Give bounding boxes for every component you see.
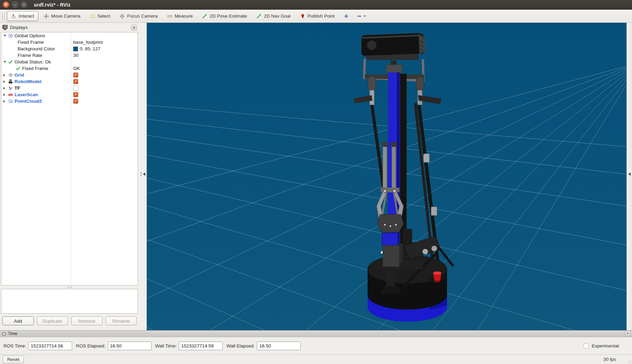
property-value[interactable]: 0; 85; 127 <box>80 46 100 51</box>
displays-tree[interactable]: Global OptionsFixed Framebase_footprintB… <box>1 32 138 285</box>
right-splitter[interactable] <box>626 23 632 330</box>
titlebar: ✕ – urdf.rviz* - RViz <box>0 0 632 10</box>
resize-grip[interactable] <box>628 360 631 363</box>
property-value[interactable]: OK <box>73 66 80 71</box>
time-field-label: Wall Elapsed: <box>226 343 255 348</box>
splitter-grip-dots[interactable] <box>140 172 142 175</box>
expand-arrow-icon[interactable] <box>3 74 8 77</box>
tool-label: Interact <box>19 13 34 19</box>
tool-publish-point[interactable]: Publish Point <box>296 11 339 21</box>
window-minimize-button[interactable]: – <box>12 1 18 8</box>
add-tool-button[interactable] <box>343 13 349 19</box>
property-name: Fixed Frame <box>22 66 48 71</box>
property-name: Global Options <box>14 33 45 38</box>
render-viewport[interactable] <box>147 23 626 330</box>
tree-row-frame-rate[interactable]: Frame Rate30 <box>1 52 138 59</box>
tool-focus-camera[interactable]: Focus Camera <box>115 11 162 21</box>
expand-arrow-icon[interactable] <box>3 100 8 103</box>
tool-select[interactable]: Select <box>86 11 115 21</box>
time-field-label: ROS Elapsed: <box>76 343 106 348</box>
rviz-window: ✕ – urdf.rviz* - RViz InteractMove Camer… <box>0 0 632 364</box>
reset-button[interactable]: Reset <box>3 356 24 363</box>
tree-row-tf[interactable]: TF <box>1 85 138 91</box>
collapse-right-panel-arrow[interactable] <box>628 172 631 176</box>
tree-row-fixed-frame[interactable]: Fixed Framebase_footprint <box>1 39 138 46</box>
display-enabled-checkbox[interactable]: ✓ <box>73 92 78 97</box>
tree-row-background-color[interactable]: Background Color0; 85; 127 <box>1 46 138 52</box>
experimental-checkbox[interactable] <box>584 343 589 348</box>
time-field-input-wall-elapsed-[interactable] <box>257 342 301 350</box>
tf-icon <box>8 85 14 91</box>
tool-label: Select <box>97 13 110 19</box>
tree-row-robotmodel[interactable]: RobotModel✓ <box>1 78 138 85</box>
tool-label: 2D Pose Estimate <box>210 13 247 19</box>
property-value[interactable]: base_footprint <box>73 40 103 45</box>
clock-icon <box>2 332 6 336</box>
robot-model <box>353 33 453 322</box>
description-box <box>1 289 138 314</box>
expand-arrow-icon[interactable] <box>3 87 8 90</box>
nav-goal-icon <box>256 13 262 19</box>
property-name: Grid <box>14 72 24 78</box>
fps-counter: 30 fps <box>603 357 616 362</box>
rename-button[interactable]: Rename <box>106 316 137 325</box>
property-name: LaserScan <box>14 92 38 97</box>
display-enabled-checkbox[interactable]: ✓ <box>73 99 78 104</box>
tree-row-grid[interactable]: Grid✓ <box>1 72 138 78</box>
property-name: Global Status: Ok <box>14 59 51 64</box>
display-enabled-checkbox[interactable]: ✓ <box>73 79 78 84</box>
tree-row-fixed-frame[interactable]: Fixed FrameOK <box>1 65 138 72</box>
property-name: Background Color <box>18 46 55 51</box>
tool-2d-nav-goal[interactable]: 2D Nav Goal <box>252 11 294 21</box>
property-name: RobotModel <box>14 79 41 84</box>
tool-move-camera[interactable]: Move Camera <box>39 11 85 21</box>
duplicate-button[interactable]: Duplicate <box>37 316 68 325</box>
collapse-arrow-icon[interactable] <box>3 61 8 63</box>
panel-splitter-handle[interactable] <box>0 285 139 289</box>
display-enabled-checkbox[interactable] <box>73 85 78 91</box>
time-field: Wall Time: <box>155 342 223 350</box>
collapse-left-panel-arrow[interactable] <box>143 172 145 176</box>
expand-arrow-icon[interactable] <box>3 93 8 96</box>
expand-arrow-icon[interactable] <box>3 80 8 83</box>
tree-row-global-options[interactable]: Global Options <box>1 32 138 39</box>
remove-button[interactable]: Remove <box>71 316 103 325</box>
laserscan-icon <box>8 92 14 98</box>
tool-interact[interactable]: Interact <box>7 11 38 21</box>
time-field-input-wall-time-[interactable] <box>179 342 223 350</box>
time-field: ROS Elapsed: <box>76 342 152 350</box>
color-swatch[interactable] <box>73 47 78 51</box>
tree-row-global-status-ok[interactable]: Global Status: Ok <box>1 59 138 65</box>
tree-row-pointcloud2[interactable]: PointCloud2✓ <box>1 98 138 104</box>
remove-tool-button[interactable] <box>357 13 366 19</box>
tool-measure[interactable]: Measure <box>163 11 197 21</box>
collapse-arrow-icon[interactable] <box>3 35 8 37</box>
displays-icon <box>2 24 8 30</box>
publish-point-icon <box>300 13 305 19</box>
toolbar: InteractMove CameraSelectFocus CameraMea… <box>0 10 632 23</box>
time-panel-title: Time <box>8 331 17 336</box>
time-panel-close-icon[interactable]: × <box>625 331 630 336</box>
property-name: Frame Rate <box>18 53 42 58</box>
dropdown-arrow-icon <box>363 15 366 18</box>
toolbar-grip[interactable] <box>2 13 5 20</box>
pointcloud-icon <box>8 99 14 104</box>
display-enabled-checkbox[interactable]: ✓ <box>73 72 78 78</box>
time-field-input-ros-time-[interactable] <box>28 342 72 350</box>
tree-row-laserscan[interactable]: LaserScan✓ <box>1 91 138 98</box>
scene-canvas <box>147 23 626 330</box>
tool-label: 2D Nav Goal <box>264 13 290 19</box>
interact-hand-icon <box>11 13 17 19</box>
left-splitter[interactable] <box>139 23 147 330</box>
displays-panel-close-icon[interactable]: × <box>131 25 137 30</box>
gear-icon <box>8 33 14 38</box>
pose-estimate-icon <box>202 13 207 19</box>
time-field-input-ros-elapsed-[interactable] <box>108 342 152 350</box>
window-close-button[interactable]: ✕ <box>3 1 9 8</box>
tool-2d-pose-estimate[interactable]: 2D Pose Estimate <box>198 11 251 21</box>
add-button[interactable]: Add <box>2 316 34 325</box>
window-maximize-button[interactable] <box>21 1 27 8</box>
tool-label: Publish Point <box>308 13 335 19</box>
tool-label: Move Camera <box>51 13 80 19</box>
property-value[interactable]: 30 <box>73 53 78 58</box>
